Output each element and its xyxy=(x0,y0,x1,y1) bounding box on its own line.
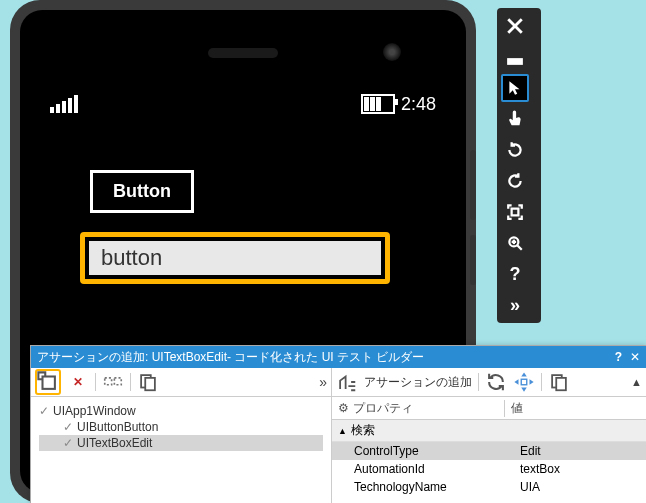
prop-name: ControlType xyxy=(332,444,514,458)
panel-titlebar: アサーションの追加: UITextBoxEdit- コード化された UI テスト… xyxy=(31,346,646,368)
move-button[interactable] xyxy=(513,371,535,393)
rotate-right-icon[interactable] xyxy=(501,167,529,195)
collapse-button[interactable]: ▲ xyxy=(631,376,642,388)
copy-button[interactable] xyxy=(137,371,159,393)
zoom-icon[interactable] xyxy=(501,229,529,257)
property-header: ⚙プロパティ 値 xyxy=(332,397,646,420)
emulator-toolbar: ? » xyxy=(497,8,541,323)
property-row[interactable]: TechnologyName UIA xyxy=(332,478,646,496)
minimize-icon[interactable] xyxy=(501,43,529,71)
tree-label: UITextBoxEdit xyxy=(77,436,152,450)
panel-title: アサーションの追加: UITextBoxEdit- コード化された UI テスト… xyxy=(37,349,424,366)
prop-value: textBox xyxy=(514,462,646,476)
svg-marker-16 xyxy=(514,379,518,385)
tree-label: UIButtonButton xyxy=(77,420,158,434)
clock: 2:48 xyxy=(401,94,436,115)
front-camera xyxy=(383,43,401,61)
svg-marker-17 xyxy=(530,379,534,385)
property-rows: ControlType Edit AutomationId textBox Te… xyxy=(332,442,646,496)
refresh-button[interactable] xyxy=(485,371,507,393)
earpiece xyxy=(208,48,278,58)
tree-row-child[interactable]: ✓ UIButtonButton xyxy=(39,419,323,435)
check-icon: ✓ xyxy=(63,420,73,434)
phone-side-button xyxy=(470,150,476,220)
svg-rect-4 xyxy=(512,209,519,216)
prop-value: UIA xyxy=(514,480,646,494)
phone-side-button xyxy=(470,235,476,285)
inspection-highlight xyxy=(80,232,390,284)
svg-rect-10 xyxy=(105,378,112,385)
svg-marker-3 xyxy=(509,81,519,95)
svg-rect-11 xyxy=(114,378,121,385)
panel-close-icon[interactable]: ✕ xyxy=(630,350,640,364)
svg-rect-9 xyxy=(43,377,55,389)
panel-help-icon[interactable]: ? xyxy=(615,350,622,364)
help-icon[interactable]: ? xyxy=(501,260,529,288)
prop-name: AutomationId xyxy=(332,462,514,476)
property-row[interactable]: ControlType Edit xyxy=(332,442,646,460)
svg-rect-18 xyxy=(521,379,527,385)
prop-value: Edit xyxy=(514,444,646,458)
more-icon[interactable]: » xyxy=(501,291,529,319)
property-row[interactable]: AutomationId textBox xyxy=(332,460,646,478)
section-label: 検索 xyxy=(351,422,375,439)
svg-marker-14 xyxy=(521,372,527,376)
property-section[interactable]: ▲ 検索 xyxy=(332,420,646,442)
col-value: 値 xyxy=(511,401,523,415)
svg-marker-15 xyxy=(521,388,527,392)
property-toolbar: アサーションの追加 ▲ xyxy=(332,368,646,397)
signal-icon xyxy=(50,95,78,113)
app-button[interactable]: Button xyxy=(90,170,194,213)
tree-label: UIApp1Window xyxy=(53,404,136,418)
app-textbox[interactable] xyxy=(89,241,381,275)
assertion-panel: アサーションの追加: UITextBoxEdit- コード化された UI テスト… xyxy=(30,345,646,503)
property-pane: アサーションの追加 ▲ ⚙プロパティ 値 ▲ xyxy=(332,368,646,503)
svg-line-6 xyxy=(517,245,522,250)
close-icon[interactable] xyxy=(501,12,529,40)
assertion-label: アサーションの追加 xyxy=(364,374,472,391)
copy-props-button[interactable] xyxy=(548,371,570,393)
fit-screen-icon[interactable] xyxy=(501,198,529,226)
delete-button[interactable]: ✕ xyxy=(67,371,89,393)
assertion-icon[interactable] xyxy=(336,371,358,393)
status-bar: 2:48 xyxy=(50,92,436,116)
svg-rect-2 xyxy=(508,59,522,64)
rotate-left-icon[interactable] xyxy=(501,136,529,164)
ui-tree: ✓ UIApp1Window ✓ UIButtonButton ✓ UIText… xyxy=(31,397,331,457)
pointer-icon[interactable] xyxy=(501,74,529,102)
svg-rect-13 xyxy=(145,378,155,390)
tree-row-root[interactable]: ✓ UIApp1Window xyxy=(39,403,323,419)
prop-name: TechnologyName xyxy=(332,480,514,494)
tree-toolbar: ✕ » xyxy=(31,368,331,397)
touch-icon[interactable] xyxy=(501,105,529,133)
collapse-arrow-icon: ▲ xyxy=(338,426,347,436)
gear-icon: ⚙ xyxy=(338,401,349,415)
overflow-button[interactable]: » xyxy=(319,374,327,390)
battery-icon xyxy=(361,94,395,114)
check-icon: ✓ xyxy=(39,404,49,418)
tree-pane: ✕ » ✓ UIApp1Window ✓ UIBut xyxy=(31,368,332,503)
navigate-button[interactable] xyxy=(102,371,124,393)
svg-rect-20 xyxy=(556,378,566,390)
col-property: プロパティ xyxy=(353,400,413,417)
tree-row-child[interactable]: ✓ UITextBoxEdit xyxy=(39,435,323,451)
add-control-button[interactable] xyxy=(35,369,61,395)
check-icon: ✓ xyxy=(63,436,73,450)
